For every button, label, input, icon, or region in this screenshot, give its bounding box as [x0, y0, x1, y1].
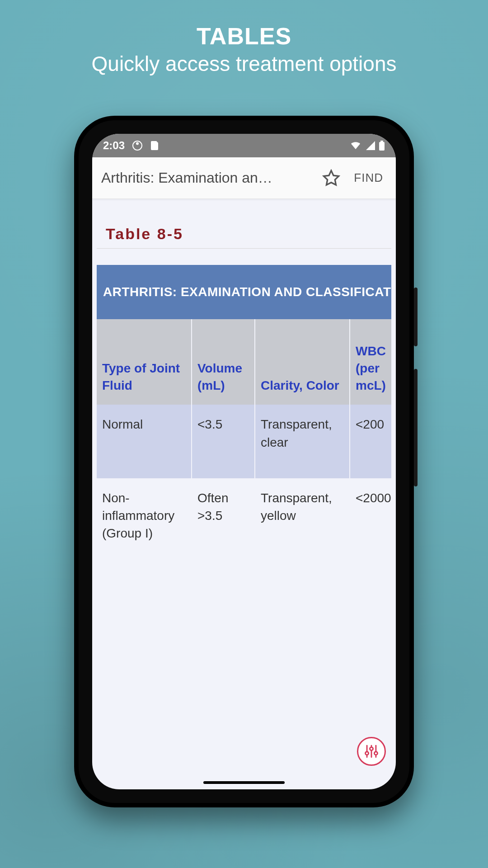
column-header: Type of Joint Fluid: [97, 319, 192, 405]
promo-heading: TABLES Quickly access treatment options: [24, 23, 464, 76]
table-row: Non-inflammatory (Group I) Often >3.5 Tr…: [97, 478, 391, 606]
cell-type: Normal: [97, 405, 192, 478]
cell-clarity: Transparent, clear: [255, 405, 350, 478]
column-header: Volume (mL): [192, 319, 255, 405]
table-caption: ARTHRITIS: EXAMINATION AND CLASSIFICAT: [97, 265, 391, 319]
svg-marker-4: [324, 170, 339, 185]
app-notification-icon: [132, 140, 143, 151]
column-header: WBC (per mcL): [350, 319, 391, 405]
cell-wbc: <200: [350, 405, 391, 478]
phone-side-button: [414, 288, 418, 346]
cell-type: Non-inflammatory (Group I): [97, 478, 192, 606]
favorite-button[interactable]: [321, 168, 341, 188]
cell-clarity: Transparent, yellow: [255, 478, 350, 606]
phone-side-button: [414, 369, 418, 486]
promo-title: TABLES: [24, 23, 464, 50]
status-time: 2:03: [103, 139, 125, 152]
wifi-icon: [350, 141, 361, 150]
table-container[interactable]: ARTHRITIS: EXAMINATION AND CLASSIFICAT T…: [97, 265, 391, 605]
svg-point-8: [366, 752, 369, 755]
svg-rect-2: [379, 142, 385, 151]
star-icon: [322, 169, 340, 187]
sd-card-icon: [150, 140, 159, 151]
phone-frame: 2:03: [74, 116, 414, 807]
battery-icon: [379, 141, 385, 151]
settings-fab[interactable]: [357, 737, 386, 766]
content-area[interactable]: Table 8-5 ARTHRITIS: EXAMINATION AND CLA…: [92, 199, 396, 605]
svg-point-1: [136, 142, 139, 145]
classification-table: ARTHRITIS: EXAMINATION AND CLASSIFICAT T…: [97, 265, 391, 605]
gesture-bar: [203, 781, 285, 784]
cell-volume: Often >3.5: [192, 478, 255, 606]
cell-volume: <3.5: [192, 405, 255, 478]
svg-point-9: [370, 747, 373, 750]
cell-wbc: <2000: [350, 478, 391, 606]
promo-subtitle: Quickly access treatment options: [24, 52, 464, 76]
page-title: Arthritis: Examination an…: [101, 170, 312, 186]
table-number-label: Table 8-5: [97, 207, 391, 249]
column-header: Clarity, Color: [255, 319, 350, 405]
sliders-icon: [364, 744, 379, 759]
app-bar: Arthritis: Examination an… FIND: [92, 157, 396, 199]
svg-point-10: [374, 752, 377, 755]
find-button[interactable]: FIND: [350, 166, 387, 189]
table-row: Normal <3.5 Transparent, clear <200: [97, 405, 391, 478]
signal-icon: [365, 141, 375, 150]
status-bar: 2:03: [92, 134, 396, 157]
phone-screen: 2:03: [92, 134, 396, 789]
svg-rect-3: [380, 141, 383, 142]
